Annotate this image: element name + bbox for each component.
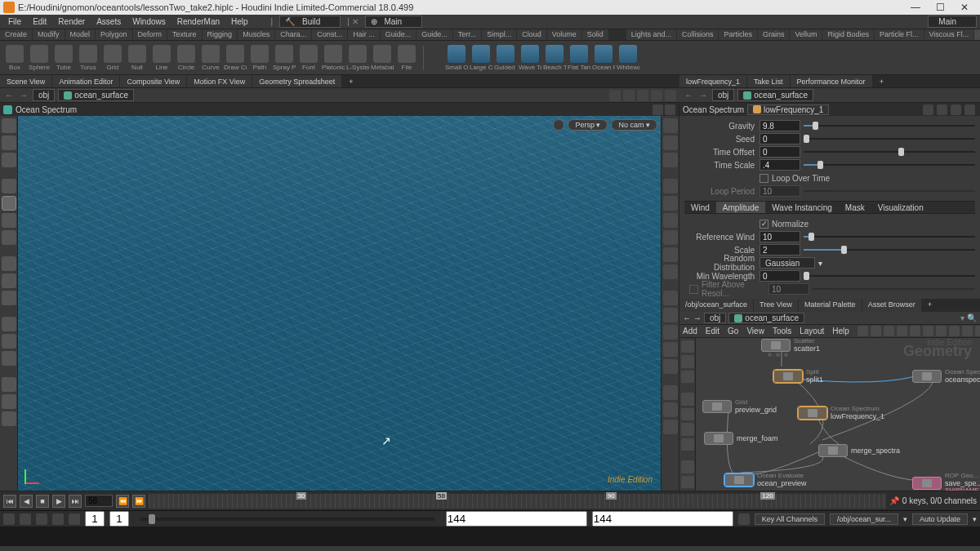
shelf-tab[interactable]: Polygon <box>96 29 132 40</box>
tool-line[interactable]: Line <box>150 45 173 71</box>
display-opt-icon[interactable] <box>663 291 678 305</box>
crumb-node[interactable]: ocean_surface <box>737 89 813 101</box>
tab-perf-mon[interactable]: Performance Monitor <box>791 75 872 87</box>
net-tab[interactable]: Material Palette <box>799 299 862 312</box>
display-opt-icon[interactable] <box>663 196 678 211</box>
tool-torus[interactable]: Torus <box>77 45 100 71</box>
param-seed-input[interactable] <box>760 133 800 144</box>
opt-icon[interactable] <box>637 90 648 101</box>
search-icon[interactable] <box>951 104 961 115</box>
tab-lowfreq[interactable]: lowFrequency_1 <box>679 75 746 87</box>
shelf-tab[interactable]: Simpl... <box>482 29 516 40</box>
shelf-tab-oceans[interactable]: Oceans <box>974 29 980 40</box>
display-opt-icon[interactable] <box>663 179 678 193</box>
timeline-last-button[interactable]: ⏭ <box>69 495 82 508</box>
menu-help[interactable]: Help <box>226 16 253 28</box>
net-menu-edit[interactable]: Edit <box>706 327 719 335</box>
node-merge-foam[interactable]: merge_foam <box>704 432 778 445</box>
crumb-obj[interactable]: obj <box>704 313 726 323</box>
shelf-tab[interactable]: Muscles <box>238 29 274 40</box>
misc-tool-icon[interactable] <box>2 377 16 392</box>
shelf-tab[interactable]: Particles <box>719 29 757 40</box>
shelf-tab[interactable]: Grains <box>758 29 790 40</box>
param-node-chip[interactable]: lowFrequency_1 <box>747 104 829 115</box>
param-gravity-slider[interactable] <box>804 120 975 131</box>
param-normalize-checkbox[interactable]: ✓ <box>760 220 768 229</box>
timeline-first-button[interactable]: ⏮ <box>3 495 16 508</box>
magnet-icon[interactable] <box>2 351 16 366</box>
crumb-obj[interactable]: obj <box>33 89 55 101</box>
shelf-tab[interactable]: Rigging <box>203 29 238 40</box>
maximize-button[interactable]: ☐ <box>928 2 952 13</box>
nav-back-icon[interactable]: ← <box>3 90 15 101</box>
display-opt-icon[interactable] <box>663 213 678 228</box>
net-menu-go[interactable]: Go <box>728 327 738 335</box>
net-side-icon[interactable] <box>681 460 694 473</box>
shelf-tab[interactable]: Particle Fl... <box>875 29 924 40</box>
network-view[interactable]: Indie Edition Geometry Scatterscatter1 S… <box>679 338 980 491</box>
shelf-tab[interactable]: Chara... <box>275 29 311 40</box>
crumb-node[interactable]: ocean_surface <box>728 313 804 323</box>
shelf-tab[interactable]: Solid <box>582 29 608 40</box>
tab-scene-view[interactable]: Scene View <box>0 75 51 87</box>
crumb-node[interactable]: ocean_surface <box>58 89 134 101</box>
param-seed-slider[interactable] <box>804 133 975 144</box>
display-opt-icon[interactable] <box>663 402 678 417</box>
net-side-icon[interactable] <box>681 408 694 420</box>
display-opt-icon[interactable] <box>663 230 678 245</box>
range-start-input2[interactable] <box>109 511 129 527</box>
key-icon[interactable] <box>69 513 80 525</box>
shelf-tab[interactable]: Terr... <box>453 29 482 40</box>
net-side-icon[interactable] <box>681 355 694 367</box>
tool-lsystem[interactable]: L-System <box>346 45 369 71</box>
tool-draw-curve[interactable]: Draw Curve <box>224 45 247 71</box>
display-opt-icon[interactable] <box>663 385 678 400</box>
menu-render[interactable]: Render <box>53 16 90 28</box>
net-side-icon[interactable] <box>681 476 694 488</box>
param-tab-amplitude[interactable]: Amplitude <box>716 202 765 213</box>
param-gravity-input[interactable] <box>760 120 800 131</box>
net-menu-view[interactable]: View <box>746 327 764 335</box>
param-time-scale-input[interactable] <box>760 159 800 171</box>
snap-tool-icon[interactable] <box>2 230 16 245</box>
tool-font[interactable]: Font <box>297 45 320 71</box>
param-menu-icon[interactable]: ▾ <box>818 259 822 268</box>
opt-icon[interactable] <box>651 90 662 101</box>
menu-file[interactable]: File <box>3 16 26 28</box>
node-lowfrequency[interactable]: Ocean SpectrumlowFrequency_1 <box>798 406 884 420</box>
info-icon[interactable] <box>964 104 975 115</box>
view-tool-icon[interactable] <box>2 153 16 167</box>
light-icon[interactable] <box>2 334 16 349</box>
pin-icon[interactable] <box>609 90 621 101</box>
timeline-play-button[interactable]: ▶ <box>52 495 65 508</box>
nav-fwd-icon[interactable]: → <box>693 313 702 322</box>
tool-spray-paint[interactable]: Spray Paint <box>273 45 296 71</box>
shelf-tab[interactable]: Create <box>0 29 32 40</box>
tool-path[interactable]: Path <box>248 45 271 71</box>
shelf-tab[interactable]: Const... <box>312 29 347 40</box>
opt-icon[interactable] <box>665 90 676 101</box>
net-side-icon[interactable] <box>681 340 694 353</box>
tool-small-ocean[interactable]: Small Ocean <box>445 45 468 71</box>
shelf-tab[interactable]: Volume <box>547 29 581 40</box>
display-opt-icon[interactable] <box>663 247 678 262</box>
shelf-tab[interactable]: Cloud <box>517 29 546 40</box>
shelf-tab[interactable]: Texture <box>167 29 202 40</box>
menu-assets[interactable]: Assets <box>91 16 126 28</box>
timeline-step-button[interactable]: ⏪ <box>116 495 129 508</box>
display-opt-icon[interactable] <box>663 308 678 322</box>
shelf-tab[interactable]: Hair ... <box>348 29 380 40</box>
node-preview-grid[interactable]: Gridpreview_grid <box>702 399 777 414</box>
net-tool-icon[interactable] <box>975 326 980 336</box>
net-tool-icon[interactable] <box>884 326 894 336</box>
crumb-obj[interactable]: obj <box>712 89 734 101</box>
net-menu-tools[interactable]: Tools <box>773 327 791 335</box>
radial-dropdown[interactable]: ⊕ Main <box>365 16 422 28</box>
key-icon[interactable] <box>20 513 31 525</box>
node-split1[interactable]: Splitsplit1 <box>773 369 823 384</box>
net-tab-add[interactable]: + <box>922 299 938 312</box>
param-time-offset-input[interactable] <box>760 146 800 158</box>
param-loop-over-time-checkbox[interactable] <box>760 174 768 183</box>
render-region-icon[interactable] <box>2 256 16 271</box>
viewport-opt-icon[interactable] <box>653 104 663 115</box>
